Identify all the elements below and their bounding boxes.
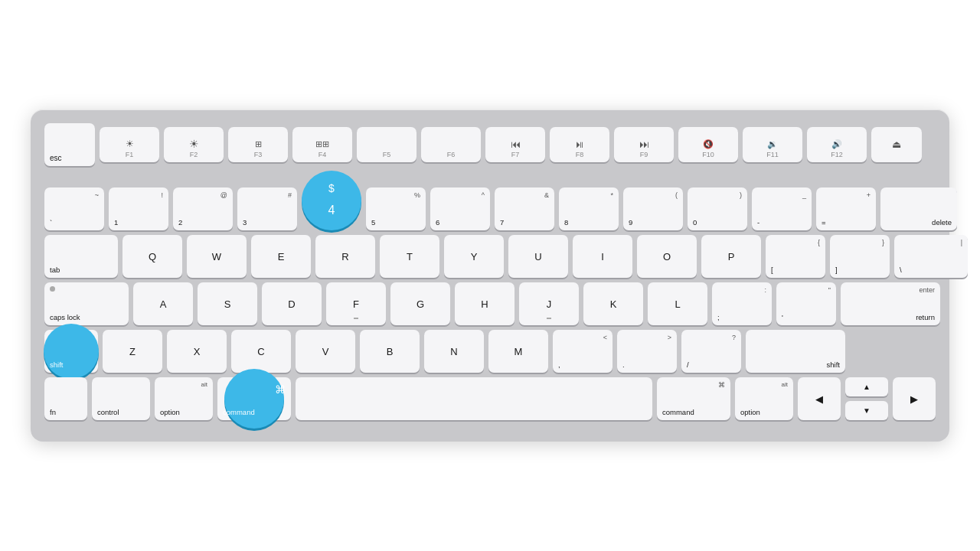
key-k[interactable]: K xyxy=(583,282,643,325)
key-shift-right[interactable]: shift xyxy=(746,330,845,373)
key-o[interactable]: O xyxy=(637,235,697,278)
key-control[interactable]: control xyxy=(92,377,150,420)
key-6[interactable]: ^ 6 xyxy=(430,187,490,230)
fn-row: esc ☀ F1 ☀ F2 ⊞ F3 ⊞⊞ F4 F5 xyxy=(44,123,936,166)
key-esc[interactable]: esc xyxy=(44,123,95,166)
key-command-right[interactable]: ⌘ command xyxy=(657,377,730,420)
key-2[interactable]: @ 2 xyxy=(173,187,233,230)
key-f6[interactable]: F6 xyxy=(421,127,481,162)
key-f3[interactable]: ⊞ F3 xyxy=(228,127,288,162)
key-fn[interactable]: fn xyxy=(44,377,87,420)
key-f9[interactable]: ⏭ F9 xyxy=(614,127,674,162)
key-tilde[interactable]: ~ ` xyxy=(44,187,104,230)
key-t[interactable]: T xyxy=(380,235,439,278)
key-f8[interactable]: ⏯ F8 xyxy=(550,127,609,162)
key-f[interactable]: F xyxy=(326,282,386,325)
key-f12[interactable]: 🔊 F12 xyxy=(807,127,867,162)
key-z[interactable]: Z xyxy=(103,330,162,373)
key-command-left[interactable]: ⌘ command xyxy=(217,377,291,420)
key-f10[interactable]: 🔇 F10 xyxy=(678,127,738,162)
key-w[interactable]: W xyxy=(187,235,247,278)
key-option-left[interactable]: alt option xyxy=(155,377,213,420)
key-f1[interactable]: ☀ F1 xyxy=(100,127,159,162)
key-m[interactable]: M xyxy=(488,330,548,373)
key-i[interactable]: I xyxy=(573,235,632,278)
key-option-right[interactable]: alt option xyxy=(735,377,793,420)
key-f4[interactable]: ⊞⊞ F4 xyxy=(292,127,352,162)
key-h[interactable]: H xyxy=(455,282,514,325)
key-c[interactable]: C xyxy=(231,330,291,373)
key-quote[interactable]: " ' xyxy=(776,282,836,325)
number-row: ~ ` ! 1 @ 2 # 3 $ 4 % 5 ^ 6 & 7 xyxy=(44,171,936,230)
key-4[interactable]: $ 4 xyxy=(302,171,361,230)
key-7[interactable]: & 7 xyxy=(495,187,554,230)
arrow-ud-group: ▲ ▼ xyxy=(845,377,888,420)
key-return[interactable]: enter return xyxy=(841,282,940,325)
key-u[interactable]: U xyxy=(508,235,568,278)
key-bracket-r[interactable]: } ] xyxy=(830,235,890,278)
key-8[interactable]: * 8 xyxy=(559,187,619,230)
fn-keys-group: ☀ F1 ☀ F2 ⊞ F3 ⊞⊞ F4 F5 F6 xyxy=(100,127,936,162)
key-r[interactable]: R xyxy=(315,235,375,278)
shift-row: shift Z X C V B N M < , > . ? / shift xyxy=(44,330,936,373)
key-f5[interactable]: F5 xyxy=(357,127,416,162)
key-caps-lock[interactable]: caps lock xyxy=(44,282,129,325)
key-slash[interactable]: ? / xyxy=(681,330,741,373)
key-n[interactable]: N xyxy=(424,330,484,373)
key-arrow-left[interactable]: ◀ xyxy=(798,377,841,420)
key-9[interactable]: ( 9 xyxy=(623,187,683,230)
key-minus[interactable]: _ - xyxy=(752,187,812,230)
key-b[interactable]: B xyxy=(360,330,420,373)
key-e[interactable]: E xyxy=(251,235,311,278)
key-1[interactable]: ! 1 xyxy=(109,187,168,230)
key-s[interactable]: S xyxy=(198,282,257,325)
key-equals[interactable]: + = xyxy=(816,187,876,230)
key-d[interactable]: D xyxy=(262,282,322,325)
key-y[interactable]: Y xyxy=(444,235,504,278)
qwerty-row: tab Q W E R T Y U I O P { [ } ] | \ xyxy=(44,235,936,278)
home-row: caps lock A S D F G H J K L : ; " ' ente… xyxy=(44,282,936,325)
key-3[interactable]: # 3 xyxy=(237,187,297,230)
key-l[interactable]: L xyxy=(648,282,707,325)
key-x[interactable]: X xyxy=(167,330,227,373)
key-arrow-up[interactable]: ▲ xyxy=(845,377,888,396)
key-period[interactable]: > . xyxy=(617,330,677,373)
key-f2[interactable]: ☀ F2 xyxy=(164,127,224,162)
key-backslash[interactable]: | \ xyxy=(894,235,968,278)
key-p[interactable]: P xyxy=(701,235,761,278)
key-j[interactable]: J xyxy=(519,282,579,325)
key-tab[interactable]: tab xyxy=(44,235,118,278)
key-a[interactable]: A xyxy=(133,282,193,325)
key-comma[interactable]: < , xyxy=(553,330,612,373)
key-space[interactable] xyxy=(296,377,652,420)
key-arrow-right[interactable]: ▶ xyxy=(893,377,936,420)
keyboard: esc ☀ F1 ☀ F2 ⊞ F3 ⊞⊞ F4 F5 xyxy=(31,109,949,442)
key-eject[interactable]: ⏏ xyxy=(871,127,922,162)
key-delete[interactable]: delete xyxy=(880,187,957,230)
key-semicolon[interactable]: : ; xyxy=(712,282,772,325)
key-arrow-down[interactable]: ▼ xyxy=(845,401,888,420)
key-5[interactable]: % 5 xyxy=(366,187,426,230)
key-f7[interactable]: ⏮ F7 xyxy=(485,127,545,162)
key-v[interactable]: V xyxy=(296,330,355,373)
key-bracket-l[interactable]: { [ xyxy=(766,235,825,278)
key-shift-left[interactable]: shift xyxy=(44,330,98,373)
key-g[interactable]: G xyxy=(390,282,450,325)
key-f11[interactable]: 🔉 F11 xyxy=(743,127,802,162)
key-q[interactable]: Q xyxy=(122,235,182,278)
key-0[interactable]: ) 0 xyxy=(688,187,747,230)
bottom-row: fn control alt option ⌘ command ⌘ comman… xyxy=(44,377,936,420)
